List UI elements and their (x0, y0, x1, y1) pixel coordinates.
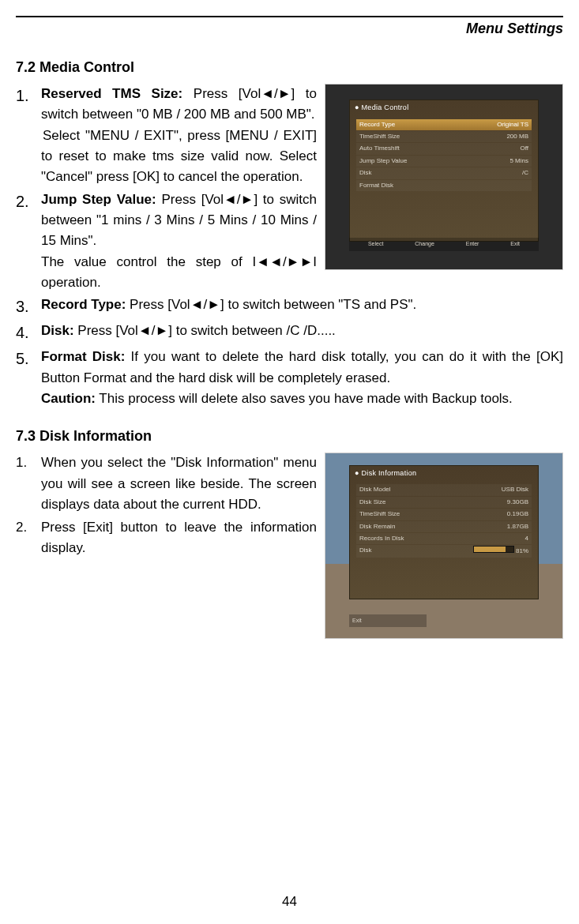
list-item: 2. Jump Step Value: Press [Vol◄/►] to sw… (16, 190, 317, 294)
row-disk-usage: Disk 81% (356, 545, 532, 557)
item-body: Reserved TMS Size: Press [Vol◄/►] to swi… (41, 84, 317, 188)
item-lead: Format Disk: (41, 349, 125, 364)
item-text-2: Select "MENU / EXIT", press [MENU / EXIT… (41, 128, 317, 185)
footer-change: Change (415, 240, 434, 249)
page-number: 44 (0, 894, 579, 910)
list-item: 1. Reserved TMS Size: Press [Vol◄/►] to … (16, 84, 317, 188)
panel-title: ● Disk Information (350, 466, 538, 482)
row-disk-remain: Disk Remain1.87GB (356, 521, 532, 532)
row-timeshift-size: TimeShift Size0.19GB (356, 509, 532, 520)
caution-text: This process will delete also saves you … (96, 391, 513, 406)
progress-fill (474, 547, 506, 552)
panel-footer: Exit (349, 614, 427, 628)
item-text: Press [Vol◄/►] to switch between "TS and… (126, 297, 416, 312)
row-disk-model: Disk ModelUSB Disk (356, 484, 532, 495)
page-header-title: Menu Settings (16, 21, 563, 37)
footer-enter: Enter (466, 240, 479, 249)
media-control-screenshot: ● Media Control Record TypeOriginal TS T… (325, 84, 563, 270)
item-number: 1. (16, 84, 41, 188)
item-body: Format Disk: If you want to delete the h… (41, 347, 563, 409)
item-text-2: The value control the step of I◄◄/►►I op… (41, 254, 317, 290)
row-disk: Disk/C (356, 167, 532, 178)
panel-rows: Disk ModelUSB Disk Disk Size9.30GB TimeS… (350, 481, 538, 560)
section-7-2-body: ● Media Control Record TypeOriginal TS T… (16, 84, 563, 411)
row-timeshift-size: TimeShift Size200 MB (356, 131, 532, 142)
item-body: Disk: Press [Vol◄/►] to switch between /… (41, 321, 563, 345)
section-7-3-heading: 7.3 Disk Information (16, 428, 563, 445)
panel-footer: Select Change Enter Exit (349, 238, 539, 251)
row-records: Records In Disk4 (356, 533, 532, 544)
footer-select: Select (368, 240, 383, 249)
section-7-2-heading: 7.2 Media Control (16, 59, 563, 76)
row-record-type: Record TypeOriginal TS (356, 119, 532, 130)
row-format-disk: Format Disk (356, 180, 532, 191)
caution-lead: Caution: (41, 391, 96, 406)
panel-rows: Record TypeOriginal TS TimeShift Size200… (350, 116, 538, 194)
progress-bar (473, 546, 514, 553)
list-item: 4. Disk: Press [Vol◄/►] to switch betwee… (16, 321, 563, 345)
panel-title-text: Media Control (362, 103, 409, 111)
list-item: 2. Press [Exit] button to leave the info… (16, 517, 317, 559)
item-lead: Disk: (41, 323, 74, 338)
item-number: 3. (16, 295, 41, 319)
list-item: 5. Format Disk: If you want to delete th… (16, 347, 563, 409)
item-lead: Reserved TMS Size: (41, 86, 182, 101)
item-body: When you select the "Disk Information" m… (41, 453, 317, 515)
top-rule (16, 16, 563, 17)
item-number: 4. (16, 321, 41, 345)
item-lead: Jump Step Value: (41, 192, 156, 207)
item-text: Press [Vol◄/►] to switch between /C /D..… (74, 323, 336, 338)
panel-title-text: Disk Information (362, 469, 417, 477)
footer-exit: Exit (510, 240, 520, 249)
tv-panel: ● Disk Information Disk ModelUSB Disk Di… (349, 465, 539, 599)
item-number: 5. (16, 347, 41, 409)
row-auto-timeshift: Auto TimeshiftOff (356, 143, 532, 154)
row-disk-size: Disk Size9.30GB (356, 497, 532, 508)
disk-information-screenshot: ● Disk Information Disk ModelUSB Disk Di… (325, 453, 563, 639)
item-number: 2. (16, 517, 41, 559)
item-number: 2. (16, 190, 41, 294)
page: Menu Settings 7.2 Media Control ● Media … (0, 0, 579, 924)
item-body: Record Type: Press [Vol◄/►] to switch be… (41, 295, 563, 319)
tv-panel: ● Media Control Record TypeOriginal TS T… (349, 100, 539, 242)
item-lead: Record Type: (41, 297, 126, 312)
item-body: Press [Exit] button to leave the informa… (41, 517, 317, 559)
list-item: 3. Record Type: Press [Vol◄/►] to switch… (16, 295, 563, 319)
footer-exit: Exit (352, 617, 362, 625)
row-jump-step: Jump Step Value5 Mins (356, 156, 532, 167)
section-7-3-body: ● Disk Information Disk ModelUSB Disk Di… (16, 453, 563, 644)
item-body: Jump Step Value: Press [Vol◄/►] to switc… (41, 190, 317, 294)
panel-title: ● Media Control (350, 100, 538, 116)
list-item: 1. When you select the "Disk Information… (16, 453, 317, 515)
item-number: 1. (16, 453, 41, 515)
progress-value: 81% (516, 547, 528, 554)
